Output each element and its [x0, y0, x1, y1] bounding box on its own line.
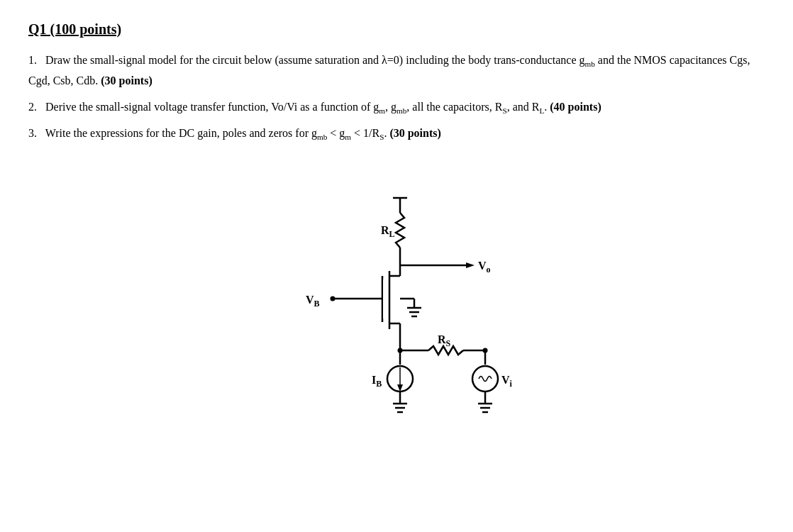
vo-arrow — [466, 262, 475, 268]
question-2: 2. Derive the small-signal voltage trans… — [28, 97, 765, 118]
vb-label: VB — [306, 294, 320, 309]
q2-number: 2. Derive the small-signal voltage trans… — [28, 101, 601, 113]
vi-wave — [479, 376, 492, 381]
circuit-diagram: RL Vo VB RS — [248, 166, 545, 421]
vb-dot — [331, 296, 336, 301]
title: Q1 (100 points) — [28, 21, 765, 38]
vi-junction — [483, 348, 488, 353]
question-1: 1. Draw the small-signal model for the c… — [28, 50, 765, 92]
question-3: 3. Write the expressions for the DC gain… — [28, 123, 765, 144]
vo-label: Vo — [478, 260, 491, 275]
vi-label: Vi — [501, 374, 513, 389]
RL-label: RL — [381, 224, 395, 239]
q1-number: 1. Draw the small-signal model for the c… — [28, 54, 750, 87]
q3-number: 3. Write the expressions for the DC gain… — [28, 127, 441, 139]
circuit-container: RL Vo VB RS — [28, 166, 765, 421]
ib-arrow — [397, 384, 403, 392]
question-list: 1. Draw the small-signal model for the c… — [28, 50, 765, 145]
ib-label: IB — [372, 374, 382, 389]
vi-source — [472, 366, 498, 392]
